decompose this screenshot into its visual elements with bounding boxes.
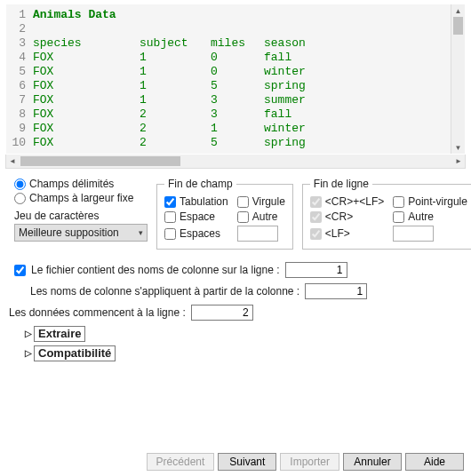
preview-cell: winter — [264, 65, 335, 79]
preview-cell: 2 — [140, 122, 211, 136]
checkbox-other-line[interactable]: Autre — [393, 210, 467, 223]
preview-cell: FOX — [33, 93, 140, 107]
preview-cell: FOX — [33, 136, 140, 150]
preview-cell — [140, 8, 211, 22]
preview-cell: 1 — [140, 93, 211, 107]
line-number: 2 — [6, 22, 33, 36]
preview-cell — [211, 8, 264, 22]
triangle-right-icon: ▷ — [25, 349, 32, 358]
has-colnames-label: Le fichier contient des noms de colonne … — [31, 264, 280, 276]
end-of-field-legend: Fin de champ — [164, 178, 236, 190]
preview-cell: 0 — [211, 51, 264, 65]
end-of-line-legend: Fin de ligne — [310, 178, 372, 190]
preview-cell: winter — [264, 122, 335, 136]
preview-cell: Animals Data — [33, 8, 140, 22]
preview-cell — [33, 22, 140, 36]
checkbox-comma[interactable]: Virgule — [237, 195, 285, 208]
radio-delimited[interactable]: Champs délimités — [14, 178, 148, 190]
scroll-down-icon[interactable]: ▼ — [451, 141, 465, 154]
preview-row: 9FOX21winter — [6, 122, 465, 136]
colnames-line-input[interactable] — [285, 262, 347, 278]
colnames-from-input[interactable] — [305, 283, 367, 299]
preview-cell — [140, 22, 211, 36]
other-field-input[interactable] — [237, 226, 278, 242]
checkbox-other-field[interactable]: Autre — [237, 210, 285, 223]
preview-cell: 1 — [211, 122, 264, 136]
line-number: 1 — [6, 8, 33, 22]
checkbox-has-colnames[interactable] — [14, 265, 26, 276]
checkbox-semicolon[interactable]: Point-virgule — [393, 195, 467, 208]
triangle-right-icon: ▷ — [25, 329, 32, 338]
preview-cell: 1 — [140, 79, 211, 93]
scroll-thumb[interactable] — [20, 156, 180, 166]
radio-fixed-width[interactable]: Champs à largeur fixe — [14, 192, 148, 204]
preview-cell: FOX — [33, 51, 140, 65]
line-number: 8 — [6, 107, 33, 122]
preview-cell — [264, 8, 335, 22]
line-number: 5 — [6, 65, 33, 79]
help-button[interactable]: Aide — [405, 453, 464, 471]
data-preview: 1Animals Data23speciessubjectmilesseason… — [6, 4, 465, 154]
preview-cell: spring — [264, 79, 335, 93]
preview-row: 10FOX25spring — [6, 136, 465, 150]
prev-button[interactable]: Précédent — [147, 453, 215, 471]
checkbox-crlf[interactable]: <CR>+<LF> — [310, 195, 384, 208]
scroll-left-icon[interactable]: ◄ — [6, 155, 19, 168]
preview-cell: FOX — [33, 107, 140, 122]
preview-cell — [264, 22, 335, 36]
preview-row: 1Animals Data — [6, 8, 465, 22]
preview-cell: 0 — [211, 65, 264, 79]
vertical-scrollbar[interactable]: ▲ ▼ — [451, 4, 465, 154]
data-start-input[interactable] — [191, 305, 253, 321]
line-number: 10 — [6, 136, 33, 150]
disclosure-extract[interactable]: ▷ Extraire — [25, 326, 462, 342]
cancel-button[interactable]: Annuler — [343, 453, 402, 471]
colnames-from-label: Les noms de colonne s'appliquent à parti… — [30, 285, 299, 298]
chevron-down-icon: ▾ — [139, 228, 143, 237]
scroll-up-icon[interactable]: ▲ — [451, 4, 465, 17]
line-number: 3 — [6, 36, 33, 51]
preview-cell: fall — [264, 51, 335, 65]
radio-delimited-label: Champs délimités — [29, 178, 114, 190]
line-number: 9 — [6, 122, 33, 136]
preview-cell: 1 — [140, 65, 211, 79]
preview-row: 8FOX23fall — [6, 107, 465, 122]
checkbox-tab[interactable]: Tabulation — [164, 195, 228, 208]
preview-row: 4FOX10fall — [6, 51, 465, 65]
preview-cell: miles — [211, 36, 264, 51]
charset-label: Jeu de caractères — [14, 210, 148, 222]
checkbox-spaces[interactable]: Espaces — [164, 227, 228, 240]
preview-cell: 2 — [140, 136, 211, 150]
end-of-line-group: Fin de ligne <CR>+<LF> Point-virgule <CR… — [302, 178, 471, 250]
line-number: 7 — [6, 93, 33, 107]
preview-cell: 5 — [211, 79, 264, 93]
checkbox-space[interactable]: Espace — [164, 210, 228, 223]
preview-cell: species — [33, 36, 140, 51]
scroll-thumb[interactable] — [453, 17, 463, 35]
scroll-right-icon[interactable]: ► — [452, 155, 465, 168]
disclosure-compat[interactable]: ▷ Compatibilité — [25, 345, 462, 361]
other-line-input[interactable] — [393, 226, 434, 242]
preview-cell: 3 — [211, 107, 264, 122]
preview-cell: 1 — [140, 51, 211, 65]
preview-cell: fall — [264, 107, 335, 122]
end-of-field-group: Fin de champ Tabulation Virgule Espace A… — [156, 178, 293, 250]
preview-cell: 3 — [211, 93, 264, 107]
checkbox-lf[interactable]: <LF> — [310, 227, 384, 240]
checkbox-cr[interactable]: <CR> — [310, 210, 384, 223]
preview-cell: FOX — [33, 79, 140, 93]
horizontal-scrollbar[interactable]: ◄ ► — [5, 155, 466, 169]
preview-row: 3speciessubjectmilesseason — [6, 36, 465, 51]
import-button[interactable]: Importer — [280, 453, 339, 471]
charset-select[interactable]: Meilleure supposition ▾ — [14, 224, 148, 242]
preview-cell: season — [264, 36, 335, 51]
line-number: 6 — [6, 79, 33, 93]
preview-cell: FOX — [33, 65, 140, 79]
preview-cell: 5 — [211, 136, 264, 150]
preview-row: 7FOX13summer — [6, 93, 465, 107]
next-button[interactable]: Suivant — [218, 453, 276, 471]
preview-cell: FOX — [33, 122, 140, 136]
preview-row: 2 — [6, 22, 465, 36]
preview-cell: subject — [140, 36, 211, 51]
preview-cell: spring — [264, 136, 335, 150]
